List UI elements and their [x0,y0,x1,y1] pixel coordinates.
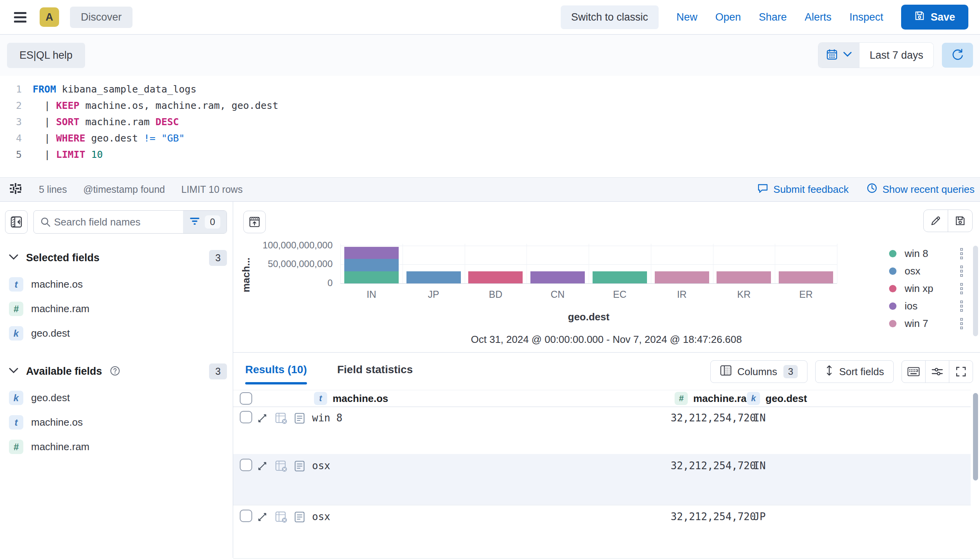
bar-ER-win 7[interactable] [779,271,833,283]
fullscreen-button[interactable] [949,361,973,383]
bar-IN-osx[interactable] [344,259,399,271]
field-item-machine.ram[interactable]: #machine.ram [5,297,227,321]
v-gridline [465,244,465,283]
bar-IR-win 7[interactable] [655,271,709,283]
degraded-document-icon[interactable] [275,511,288,524]
inspect-button[interactable]: Inspect [849,11,883,23]
cell-machine-os: osx [312,460,330,472]
field-name: geo.dest [31,327,70,339]
bar-KR-win 7[interactable] [717,271,771,283]
code-line: 2 | KEEP machine.os, machine.ram, geo.de… [0,98,980,114]
results-tabs: Results (10) Field statistics [245,363,413,384]
expand-row-icon[interactable] [256,460,268,473]
sort-fields-button[interactable]: Sort fields [815,360,894,383]
tab-results[interactable]: Results (10) [245,363,307,384]
degraded-document-icon[interactable] [275,460,288,473]
edit-visualization-button[interactable] [924,210,948,232]
field-item-machine.os[interactable]: tmachine.os [5,272,227,297]
legend-actions-icon[interactable] [960,300,965,312]
legend-actions-icon[interactable] [960,318,965,329]
save-button[interactable]: Save [901,5,968,30]
avatar[interactable]: A [40,7,59,27]
new-button[interactable]: New [677,11,698,23]
view-document-icon[interactable] [294,412,305,426]
legend-item-win 7[interactable]: win 7 [889,318,965,329]
line-number: 4 [0,130,33,147]
legend-actions-icon[interactable] [960,266,965,277]
bar-JP-osx[interactable] [406,271,461,283]
filter-count-badge: 0 [205,215,220,229]
table-header: t machine.os # machine.ram k geo.dest [233,390,971,407]
breadcrumb[interactable]: Discover [70,7,133,28]
keyboard-shortcuts-button[interactable] [902,361,925,383]
results-scrollbar[interactable] [973,393,978,480]
esql-query-editor[interactable]: 1FROM kibana_sample_data_logs2 | KEEP ma… [0,76,980,177]
menu-icon[interactable] [12,9,29,26]
hide-chart-button[interactable] [243,211,266,233]
tab-field-statistics[interactable]: Field statistics [337,363,413,384]
display-options-button[interactable] [925,361,949,383]
open-button[interactable]: Open [715,11,741,23]
submit-feedback-link[interactable]: Submit feedback [757,183,849,196]
cell-geo-dest: JP [753,511,766,522]
show-recent-queries-link[interactable]: Show recent queries [867,183,975,196]
refresh-button[interactable] [942,43,973,68]
chart-scrollbar[interactable] [973,246,978,336]
field-name: machine.os [31,278,83,290]
legend-item-ios[interactable]: ios [889,300,965,312]
share-button[interactable]: Share [759,11,787,23]
help-icon[interactable] [110,366,120,377]
column-header-machine-os[interactable]: t machine.os [314,390,388,407]
field-item-machine.os[interactable]: tmachine.os [5,410,227,435]
field-item-geo.dest[interactable]: kgeo.dest [5,321,227,346]
bar-IN-ios[interactable] [344,247,399,259]
search-field-names-input[interactable] [53,216,183,229]
columns-button[interactable]: Columns 3 [710,360,807,383]
bar-EC-win 8[interactable] [593,271,647,283]
results-panel: Results (10) Field statistics Columns 3 … [233,353,980,558]
switch-to-classic-button[interactable]: Switch to classic [561,5,659,29]
main-area: 0 Selected fields 3 tmachine.os#machine.… [0,202,980,558]
column-header-machine-ram[interactable]: # machine.ram [675,390,755,407]
selected-fields-list: tmachine.os#machine.ramkgeo.dest [5,272,227,346]
view-document-icon[interactable] [294,511,305,524]
code-line: 4 | WHERE geo.dest != "GB" [0,130,980,147]
limit-status: LIMIT 10 rows [181,184,242,195]
table-row: osx 32,212,254,720 JP [233,505,971,559]
field-name: machine.os [31,416,83,428]
view-document-icon[interactable] [294,460,305,473]
column-header-geo-dest[interactable]: k geo.dest [747,390,807,407]
x-tick-label-CN: CN [527,289,589,300]
expand-row-icon[interactable] [256,412,268,426]
legend-label: win 8 [905,248,928,260]
row-checkbox[interactable] [240,411,252,423]
available-fields-header[interactable]: Available fields 3 [5,363,227,379]
legend-actions-icon[interactable] [960,283,965,294]
select-all-checkbox[interactable] [240,392,252,405]
alerts-button[interactable]: Alerts [805,11,832,23]
timerange-value[interactable]: Last 7 days [860,43,933,68]
expand-row-icon[interactable] [256,511,268,524]
degraded-document-icon[interactable] [275,412,288,426]
date-picker-quick-menu[interactable] [818,43,860,68]
cell-machine-os: osx [312,511,330,522]
field-item-geo.dest[interactable]: kgeo.dest [5,386,227,410]
esql-settings-icon[interactable] [9,183,23,197]
bar-BD-win xp[interactable] [468,271,523,283]
feedback-icon [757,183,768,196]
collapse-sidebar-button[interactable] [5,210,28,234]
bar-CN-ios[interactable] [530,271,585,283]
legend-item-win xp[interactable]: win xp [889,283,965,294]
field-type-icon: # [9,302,23,316]
legend-actions-icon[interactable] [960,248,965,259]
field-filter-button[interactable]: 0 [183,211,227,233]
save-visualization-button[interactable] [948,210,972,232]
field-item-machine.ram[interactable]: #machine.ram [5,435,227,459]
bar-IN-win 8[interactable] [344,271,399,283]
row-checkbox[interactable] [240,459,252,471]
esql-help-button[interactable]: ES|QL help [7,43,85,68]
legend-item-win 8[interactable]: win 8 [889,248,965,259]
selected-fields-header[interactable]: Selected fields 3 [5,250,227,266]
row-checkbox[interactable] [240,510,252,522]
legend-item-osx[interactable]: osx [889,265,965,277]
